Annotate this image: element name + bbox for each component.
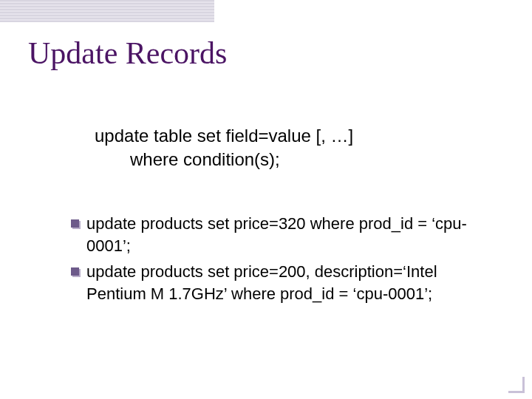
syntax-block: update table set field=value [, …] where… xyxy=(95,124,353,172)
bullet-text: update products set price=320 where prod… xyxy=(86,213,488,256)
slide-title: Update Records xyxy=(28,35,227,71)
decorative-corner xyxy=(508,377,525,393)
syntax-line-1: update table set field=value [, …] xyxy=(95,124,353,148)
decorative-top-band xyxy=(0,0,214,22)
syntax-line-2: where condition(s); xyxy=(95,148,353,171)
bullet-icon xyxy=(71,219,79,228)
list-item: update products set price=200, descripti… xyxy=(71,261,488,304)
list-item: update products set price=320 where prod… xyxy=(71,213,488,256)
bullet-list: update products set price=320 where prod… xyxy=(71,213,488,310)
slide: Update Records update table set field=va… xyxy=(0,0,532,399)
bullet-text: update products set price=200, descripti… xyxy=(86,261,488,304)
bullet-icon xyxy=(71,267,79,276)
